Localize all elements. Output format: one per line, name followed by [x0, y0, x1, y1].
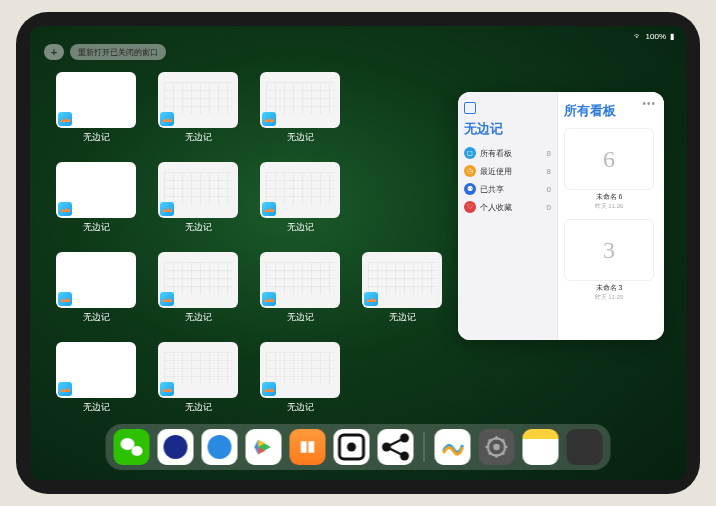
app-thumbnail-preview	[362, 252, 442, 308]
board-name: 未命名 6	[564, 192, 654, 202]
panel-app-icon	[464, 102, 476, 114]
app-thumbnail[interactable]: 无边记	[260, 342, 340, 414]
app-thumbnail[interactable]: 无边记	[56, 252, 136, 324]
svg-point-6	[382, 443, 391, 452]
dock-app-wechat[interactable]	[114, 429, 150, 465]
app-thumbnail-preview	[56, 252, 136, 308]
app-thumbnail[interactable]: 无边记	[56, 72, 136, 144]
board-timestamp: 昨天 11:25	[564, 293, 654, 302]
app-thumbnail[interactable]: 无边记	[158, 162, 238, 234]
freeform-icon	[262, 292, 276, 306]
app-thumbnail[interactable]: 无边记	[158, 252, 238, 324]
panel-sidebar: 无边记 ◻所有看板8◷最近使用8⚉已共享0♡个人收藏0	[458, 92, 558, 340]
app-thumbnail[interactable]: 无边记	[158, 342, 238, 414]
app-thumbnail[interactable]: 无边记	[158, 72, 238, 144]
new-window-button[interactable]: +	[44, 44, 64, 60]
app-thumbnail-label: 无边记	[389, 311, 416, 324]
app-thumbnail[interactable]: 无边记	[260, 162, 340, 234]
dock-separator	[424, 432, 425, 462]
app-thumbnail[interactable]: 无边记	[56, 162, 136, 234]
app-thumbnail-label: 无边记	[287, 401, 314, 414]
svg-point-12	[493, 444, 500, 451]
category-count: 0	[547, 203, 551, 212]
app-switcher-grid: 无边记无边记无边记无边记无边记无边记无边记无边记无边记无边记无边记无边记无边记	[56, 72, 436, 414]
svg-line-17	[489, 439, 491, 441]
sidebar-category[interactable]: ♡个人收藏0	[464, 198, 551, 216]
freeform-icon	[160, 112, 174, 126]
sidebar-category[interactable]: ⚉已共享0	[464, 180, 551, 198]
category-label: 个人收藏	[480, 202, 512, 213]
battery-text: 100%	[646, 32, 666, 41]
reopen-closed-window-button[interactable]: 重新打开已关闭的窗口	[70, 44, 166, 60]
dock-app-launchpad[interactable]	[567, 429, 603, 465]
app-thumbnail-preview	[260, 162, 340, 218]
category-count: 8	[547, 149, 551, 158]
dock-app-dice[interactable]	[334, 429, 370, 465]
dock-app-browser-2[interactable]	[202, 429, 238, 465]
freeform-icon	[160, 202, 174, 216]
panel-sidebar-title: 无边记	[464, 120, 551, 138]
freeform-icon	[262, 382, 276, 396]
app-thumbnail-label: 无边记	[83, 311, 110, 324]
svg-line-9	[390, 440, 402, 446]
app-thumbnail-preview	[158, 72, 238, 128]
app-thumbnail[interactable]: 无边记	[56, 342, 136, 414]
dock-app-browser-1[interactable]	[158, 429, 194, 465]
sidebar-category[interactable]: ◷最近使用8	[464, 162, 551, 180]
dock-app-settings[interactable]	[479, 429, 515, 465]
freeform-icon	[262, 202, 276, 216]
panel-main: ••• 所有看板 6未命名 6昨天 11:263未命名 3昨天 11:25	[558, 92, 664, 340]
more-icon[interactable]: •••	[642, 98, 656, 109]
board-card[interactable]: 6未命名 6昨天 11:26	[564, 128, 654, 211]
freeform-icon	[58, 112, 72, 126]
svg-line-19	[489, 452, 491, 454]
wifi-icon: ᯤ	[634, 32, 642, 41]
category-icon: ♡	[464, 201, 476, 213]
freeform-icon	[58, 292, 72, 306]
app-thumbnail[interactable]: 无边记	[260, 72, 340, 144]
svg-point-8	[400, 452, 409, 461]
app-thumbnail-label: 无边记	[83, 401, 110, 414]
category-icon: ⚉	[464, 183, 476, 195]
dock-app-node[interactable]	[378, 429, 414, 465]
app-thumbnail-preview	[158, 252, 238, 308]
freeform-icon	[364, 292, 378, 306]
app-thumbnail[interactable]: 无边记	[362, 252, 442, 324]
app-thumbnail-label: 无边记	[83, 221, 110, 234]
app-thumbnail-label: 无边记	[185, 131, 212, 144]
screen: ᯤ 100% ▮ + 重新打开已关闭的窗口 无边记无边记无边记无边记无边记无边记…	[30, 26, 686, 480]
board-preview: 3	[564, 219, 654, 281]
app-thumbnail-preview	[158, 342, 238, 398]
dock-app-books[interactable]	[290, 429, 326, 465]
category-count: 8	[547, 167, 551, 176]
board-card[interactable]: 3未命名 3昨天 11:25	[564, 219, 654, 302]
category-icon: ◻	[464, 147, 476, 159]
category-label: 最近使用	[480, 166, 512, 177]
dock-app-freeform[interactable]	[435, 429, 471, 465]
category-label: 已共享	[480, 184, 504, 195]
app-thumbnail-preview	[260, 252, 340, 308]
dock-app-play[interactable]	[246, 429, 282, 465]
app-thumbnail-label: 无边记	[185, 401, 212, 414]
top-bar: + 重新打开已关闭的窗口	[44, 44, 166, 60]
freeform-icon	[160, 292, 174, 306]
sidebar-category[interactable]: ◻所有看板8	[464, 144, 551, 162]
battery-icon: ▮	[670, 32, 674, 41]
board-name: 未命名 3	[564, 283, 654, 293]
app-thumbnail-preview	[260, 342, 340, 398]
app-thumbnail-label: 无边记	[185, 221, 212, 234]
app-thumbnail-preview	[56, 162, 136, 218]
app-thumbnail[interactable]: 无边记	[260, 252, 340, 324]
svg-line-20	[502, 439, 504, 441]
dock-app-notes[interactable]	[523, 429, 559, 465]
freeform-icon	[58, 382, 72, 396]
category-label: 所有看板	[480, 148, 512, 159]
board-preview: 6	[564, 128, 654, 190]
freeform-icon	[160, 382, 174, 396]
board-timestamp: 昨天 11:26	[564, 202, 654, 211]
app-thumbnail-label: 无边记	[287, 131, 314, 144]
svg-line-10	[390, 449, 402, 455]
freeform-icon	[262, 112, 276, 126]
category-icon: ◷	[464, 165, 476, 177]
dock	[106, 424, 611, 470]
